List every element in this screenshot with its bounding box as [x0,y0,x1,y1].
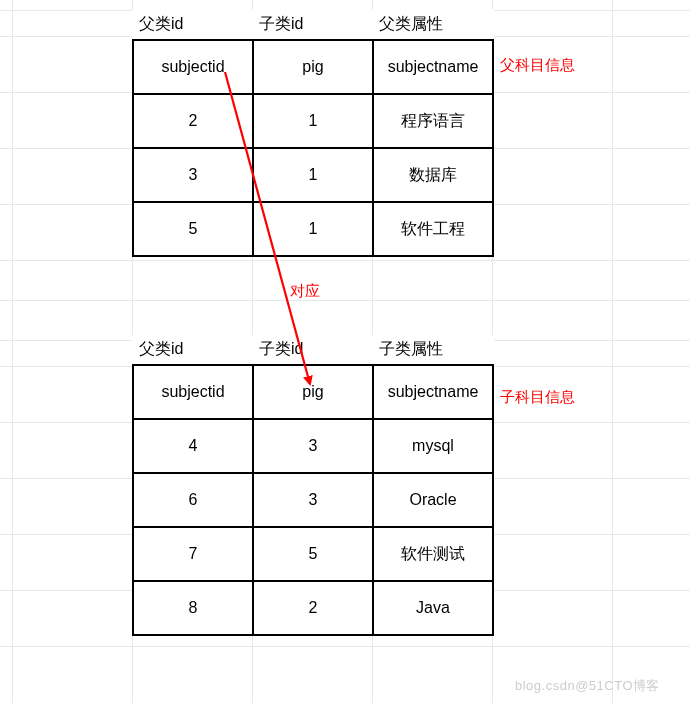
child-table: 父类id 子类id 子类属性 subjectid pig subjectname… [132,335,494,636]
cell: 1 [253,94,373,148]
cell: 8 [133,581,253,635]
cell: 2 [253,581,373,635]
cell: pig [253,365,373,419]
parent-header-col1: 父类id [133,10,253,40]
parent-header-col3: 父类属性 [373,10,493,40]
cell: 7 [133,527,253,581]
table-row: 6 3 Oracle [133,473,493,527]
cell: pig [253,40,373,94]
cell: 3 [253,473,373,527]
cell: 1 [253,148,373,202]
cell: 4 [133,419,253,473]
cell: subjectid [133,40,253,94]
cell: 软件工程 [373,202,493,256]
table-row: subjectid pig subjectname [133,40,493,94]
cell: 3 [253,419,373,473]
child-header-col2: 子类id [253,335,373,365]
cell: 程序语言 [373,94,493,148]
table-row: 2 1 程序语言 [133,94,493,148]
table-row: subjectid pig subjectname [133,365,493,419]
cell: Java [373,581,493,635]
child-header-col3: 子类属性 [373,335,493,365]
cell: 5 [133,202,253,256]
cell: 数据库 [373,148,493,202]
cell: subjectname [373,40,493,94]
parent-header-col2: 子类id [253,10,373,40]
cell: 1 [253,202,373,256]
table-row: 4 3 mysql [133,419,493,473]
watermark: blog.csdn@51CTO博客 [515,677,660,695]
cell: 6 [133,473,253,527]
table-row: 8 2 Java [133,581,493,635]
cell: 3 [133,148,253,202]
table-row: 5 1 软件工程 [133,202,493,256]
cell: subjectid [133,365,253,419]
cell: 软件测试 [373,527,493,581]
cell: Oracle [373,473,493,527]
cell: subjectname [373,365,493,419]
parent-table: 父类id 子类id 父类属性 subjectid pig subjectname… [132,10,494,257]
table-row: 7 5 软件测试 [133,527,493,581]
child-header-col1: 父类id [133,335,253,365]
table-row: 3 1 数据库 [133,148,493,202]
cell: mysql [373,419,493,473]
cell: 2 [133,94,253,148]
cell: 5 [253,527,373,581]
